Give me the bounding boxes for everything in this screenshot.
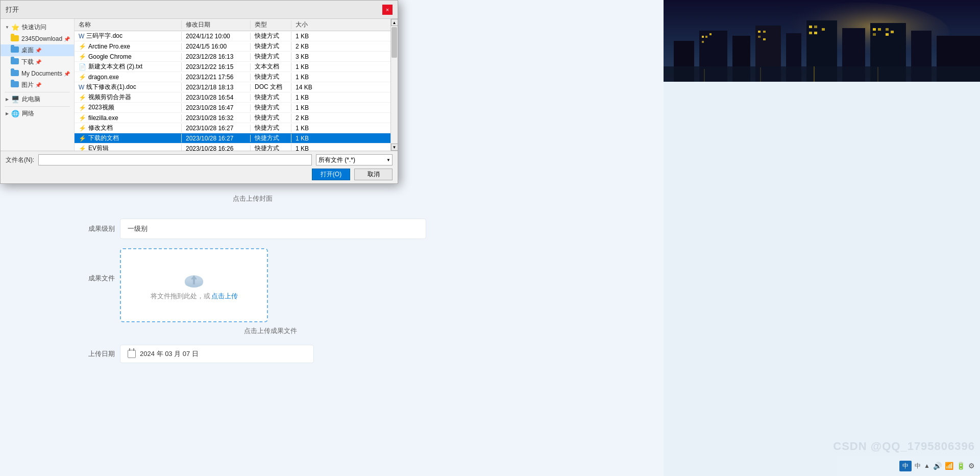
sidebar-item-thispc[interactable]: ▶ 🖥️ 此电脑 (1, 93, 74, 105)
ime-indicator[interactable]: 中 (899, 461, 912, 471)
csdn-watermark: CSDN @QQ_1795806396 (833, 440, 975, 453)
tray-icon-4: 📶 (945, 462, 953, 470)
file-size: 14 KB (291, 84, 327, 91)
table-row[interactable]: ⚡ filezilla.exe 2023/10/28 16:32 快捷方式 2 … (75, 113, 390, 123)
file-icon-exe: ⚡ (79, 104, 86, 111)
file-size: 3 KB (291, 53, 327, 60)
file-size: 1 KB (291, 94, 327, 101)
scrollbar-down-arrow[interactable]: ▼ (391, 144, 398, 151)
col-header-type[interactable]: 类型 (251, 20, 291, 29)
cancel-button[interactable]: 取消 (354, 169, 393, 180)
filename-input[interactable] (38, 154, 312, 165)
scrollbar-thumb[interactable] (391, 27, 397, 58)
table-row[interactable]: 📄 新建文本文档 (2).txt 2023/12/22 16:15 文本文档 1… (75, 62, 390, 72)
file-type: DOC 文档 (251, 83, 291, 91)
background-photo (664, 0, 980, 82)
file-date: 2023/10/28 16:27 (182, 125, 251, 132)
svg-rect-24 (809, 32, 812, 34)
dialog-close-button[interactable]: × (382, 5, 393, 15)
table-row[interactable]: ⚡ 下载的文档 2023/10/28 16:27 快捷方式 1 KB (75, 133, 390, 144)
file-dropzone[interactable]: 将文件拖到此处，或 点击上传 (120, 248, 268, 322)
dialog-body: ▼ ⭐ 快速访问 2345Download 📌 桌面 📌 下载 (1, 19, 398, 151)
pin-icon-desktop: 📌 (35, 47, 41, 53)
file-size: 2 KB (291, 43, 327, 50)
col-header-name[interactable]: 名称 (75, 20, 182, 29)
file-type: 快捷方式 (251, 124, 291, 132)
svg-rect-16 (709, 33, 712, 35)
table-row[interactable]: ⚡ 修改文档 2023/10/28 16:27 快捷方式 1 KB (75, 123, 390, 133)
open-button[interactable]: 打开(O) (312, 169, 350, 180)
dialog-titlebar: 打开 × (1, 1, 398, 19)
sidebar-item-2345download[interactable]: 2345Download 📌 (1, 33, 74, 44)
sidebar-item-label-2345: 2345Download (21, 35, 62, 42)
col-header-size[interactable]: 大小 (291, 20, 327, 29)
sidebar-item-quick-access[interactable]: ▼ ⭐ 快速访问 (1, 21, 74, 33)
folder-icon-mydocs (11, 70, 19, 78)
upload-drag-link[interactable]: 点击上传 (211, 292, 238, 301)
sidebar-item-downloads[interactable]: 下载 📌 (1, 56, 74, 68)
grade-label: 成果级别 (79, 224, 115, 233)
dialog-scrollbar[interactable]: ▲ ▼ (390, 19, 398, 151)
file-type: 快捷方式 (251, 52, 291, 61)
file-name-text: dragon.exe (88, 74, 119, 81)
sidebar-item-desktop[interactable]: 桌面 📌 (1, 44, 74, 56)
folder-icon-desktop (11, 46, 19, 54)
file-size: 1 KB (291, 63, 327, 70)
svg-rect-15 (702, 41, 704, 43)
table-row[interactable]: W 线下修改表(1).doc 2023/12/18 18:13 DOC 文档 1… (75, 82, 390, 92)
svg-rect-18 (763, 31, 766, 33)
svg-rect-29 (891, 31, 894, 33)
upload-cover-hint[interactable]: 点击上传封面 (233, 195, 273, 202)
file-type: 快捷方式 (251, 113, 291, 122)
table-row[interactable]: ⚡ EV剪辑 2023/10/28 16:26 快捷方式 1 KB (75, 144, 390, 151)
file-size: 1 KB (291, 33, 327, 40)
expand-arrow-network: ▶ (5, 111, 10, 116)
file-open-dialog: 打开 × ▼ ⭐ 快速访问 2345Download 📌 桌面 (0, 0, 398, 184)
calendar-icon (128, 350, 136, 358)
table-row[interactable]: ⚡ dragon.exe 2023/12/21 17:56 快捷方式 1 KB (75, 72, 390, 82)
sidebar-item-pictures[interactable]: 图片 📌 (1, 79, 74, 91)
file-name-text: EV剪辑 (88, 144, 109, 151)
sidebar-item-network[interactable]: ▶ 🌐 网络 (1, 108, 74, 120)
table-row[interactable]: ⚡ 视频剪切合并器 2023/10/28 16:54 快捷方式 1 KB (75, 92, 390, 103)
file-date: 2023/12/18 18:13 (182, 84, 251, 91)
table-row[interactable]: W 三码平字.doc 2024/1/12 10:00 快捷方式 1 KB (75, 31, 390, 41)
file-icon-txt: 📄 (79, 63, 86, 70)
file-name-text: 下载的文档 (88, 134, 119, 142)
file-upload-row: 成果文件 将文件拖到此处，或 点击上传 (79, 248, 426, 322)
file-list-scroll[interactable]: W 三码平字.doc 2024/1/12 10:00 快捷方式 1 KB ⚡ A… (75, 31, 390, 151)
upload-text: 将文件拖到此处，或 点击上传 (151, 292, 238, 301)
file-date: 2023/10/28 16:54 (182, 94, 251, 101)
dialog-buttons: 打开(O) 取消 (6, 169, 393, 180)
file-name-text: Google Chrome (88, 53, 132, 60)
file-list-area: 名称 修改日期 类型 大小 W 三码平字.doc 2024/1/12 10:00… (75, 19, 390, 151)
scrollbar-up-arrow[interactable]: ▲ (391, 19, 398, 26)
dialog-title: 打开 (6, 5, 19, 14)
filetype-select[interactable]: 所有文件 (*.*) (316, 154, 393, 165)
file-size: 1 KB (291, 74, 327, 81)
network-icon: 🌐 (11, 110, 19, 117)
svg-rect-20 (763, 38, 766, 40)
file-name-text: filezilla.exe (88, 114, 118, 122)
scrollbar-track[interactable] (391, 26, 398, 144)
tray-icon-6: ⚙ (968, 462, 975, 470)
sidebar-item-mydocuments[interactable]: My Documents 📌 (1, 68, 74, 79)
folder-icon-pictures (11, 81, 19, 89)
svg-rect-27 (878, 28, 881, 31)
table-row[interactable]: ⚡ Google Chrome 2023/12/28 16:13 快捷方式 3 … (75, 52, 390, 62)
file-name-text: Arctine Pro.exe (88, 43, 130, 50)
tray-icon-1: 中 (915, 462, 921, 470)
file-size: 1 KB (291, 135, 327, 142)
expand-arrow-thispc: ▶ (5, 97, 10, 102)
filetype-select-wrapper: 所有文件 (*.*) (316, 154, 393, 165)
table-row[interactable]: ⚡ 2023视频 2023/10/28 16:47 快捷方式 1 KB (75, 103, 390, 113)
expand-arrow-quick-access: ▼ (5, 25, 10, 30)
table-row[interactable]: ⚡ Arctine Pro.exe 2024/1/5 16:00 快捷方式 2 … (75, 41, 390, 52)
file-icon-exe: ⚡ (79, 145, 86, 151)
svg-rect-13 (702, 36, 704, 38)
upload-result-hint[interactable]: 点击上传成果文件 (244, 327, 297, 335)
file-name-text: 视频剪切合并器 (88, 93, 131, 102)
date-row: 上传日期 2024 年 03 月 07 日 (79, 345, 426, 363)
col-header-date[interactable]: 修改日期 (182, 20, 251, 29)
file-date: 2023/10/28 16:27 (182, 135, 251, 142)
